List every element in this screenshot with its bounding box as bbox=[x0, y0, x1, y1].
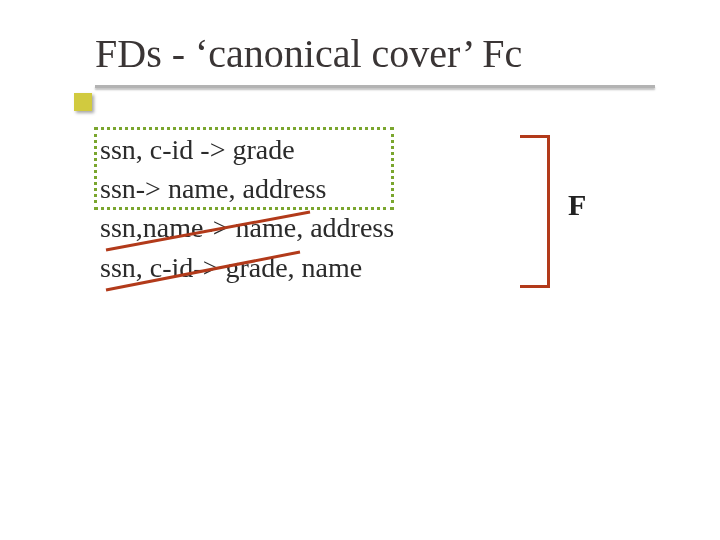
slide-title-block: FDs - ‘canonical cover’ Fc bbox=[95, 30, 655, 88]
title-underline bbox=[95, 85, 655, 88]
accent-square-icon bbox=[74, 93, 92, 111]
slide-title: FDs - ‘canonical cover’ Fc bbox=[95, 30, 655, 77]
set-label-f: F bbox=[568, 188, 586, 222]
canonical-cover-box bbox=[94, 127, 394, 210]
fd-line-4: ssn, c-id-> grade, name bbox=[100, 248, 394, 287]
fd-line-3: ssn,name-> name, address bbox=[100, 208, 394, 247]
set-bracket bbox=[520, 135, 550, 288]
